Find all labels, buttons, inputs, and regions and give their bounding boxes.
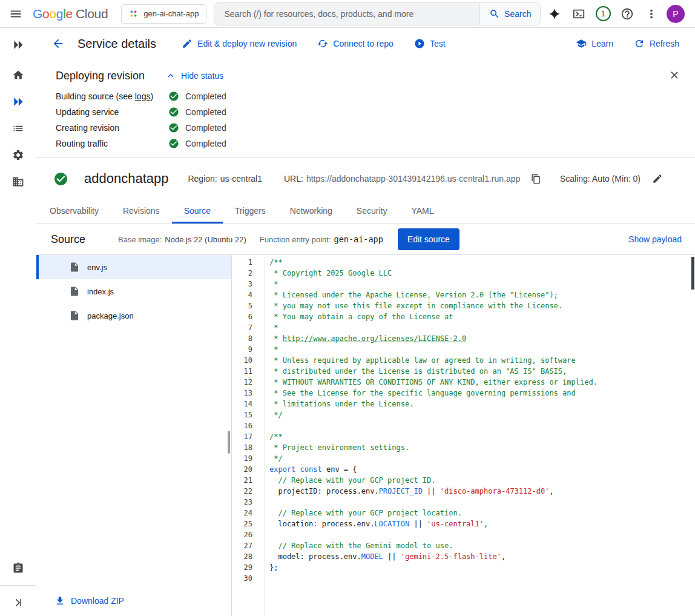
edit-scaling-button[interactable] [648, 169, 667, 188]
source-toolbar: Source Base image: Node.js 22 (Ubuntu 22… [36, 224, 695, 254]
code-line: * [269, 279, 695, 290]
code-line: * You may obtain a copy of the License a… [269, 311, 695, 322]
line-number: 2 [232, 268, 252, 279]
cloud-run-logo-icon [12, 39, 24, 51]
top-app-bar: Google Cloud gen-ai-chat-app Search 1 [0, 0, 695, 28]
repo-icon [317, 38, 328, 49]
code-line: * Unless required by applicable law or a… [269, 355, 695, 366]
file-panel-scrollbar[interactable] [228, 431, 230, 454]
code-line: * Licensed under the Apache License, Ver… [269, 290, 695, 300]
line-number: 24 [232, 508, 252, 518]
project-icon [129, 9, 138, 18]
rail-item-release-notes[interactable] [6, 556, 30, 580]
check-circle-icon [168, 122, 179, 133]
code-line [269, 420, 695, 431]
logs-link[interactable]: logs [135, 91, 151, 101]
status-label: Updating service [56, 107, 168, 117]
help-button[interactable] [615, 2, 639, 26]
line-number: 22 [232, 486, 252, 497]
refresh-button[interactable]: Refresh [634, 38, 679, 49]
learn-button[interactable]: Learn [576, 38, 613, 49]
account-button[interactable]: P [664, 2, 688, 26]
close-status-button[interactable] [664, 64, 685, 86]
gemini-button[interactable] [542, 2, 567, 26]
status-row-building-source: Building source (see logs) Completed [56, 91, 680, 102]
code-line: projectID: process.env.PROJECT_ID || 'di… [269, 486, 695, 497]
rail-item-services-list[interactable] [6, 116, 30, 141]
code-line: }; [269, 562, 695, 573]
notifications-button[interactable]: 1 [591, 2, 615, 26]
arrow-back-icon [51, 37, 65, 50]
line-number: 20 [232, 464, 252, 475]
copy-url-button[interactable] [527, 170, 545, 188]
status-panel-title: Deploying revision [56, 70, 145, 82]
tab-networking[interactable]: Networking [278, 198, 344, 224]
logo-cloud-text: Cloud [76, 7, 108, 21]
code-line [269, 497, 695, 508]
download-icon [54, 595, 65, 606]
test-button[interactable]: Test [414, 38, 446, 49]
hamburger-menu-button[interactable] [4, 2, 28, 26]
service-status-check-icon [53, 171, 68, 187]
status-label-text: Building source (see [56, 91, 135, 101]
file-icon [69, 310, 80, 321]
rail-divider [0, 585, 36, 586]
code-line [269, 529, 695, 540]
status-panel-header: Deploying revision Hide status [56, 64, 680, 87]
help-icon [621, 7, 634, 21]
download-zip-button[interactable]: Download ZIP [54, 595, 124, 606]
status-state: Completed [168, 107, 226, 118]
rail-item-organization[interactable] [6, 170, 30, 194]
tab-revisions[interactable]: Revisions [111, 198, 172, 224]
deploy-status-panel: Deploying revision Hide status Building … [36, 59, 695, 157]
search-button[interactable]: Search [479, 3, 540, 25]
cloud-run-product-logo[interactable] [6, 33, 30, 57]
base-image-label: Base image: [118, 235, 162, 244]
tab-yaml[interactable]: YAML [399, 198, 446, 224]
code-line: * [269, 344, 695, 355]
search-input[interactable] [214, 9, 479, 19]
url-value: https://addonchatapp-301439142196.us-cen… [306, 174, 520, 184]
tab-observability[interactable]: Observability [38, 198, 111, 224]
cloud-shell-button[interactable] [567, 2, 591, 26]
file-row-env.js[interactable]: env.js [36, 255, 231, 279]
show-payload-link[interactable]: Show payload [628, 234, 682, 244]
edit-deploy-button[interactable]: Edit & deploy new revision [182, 38, 297, 49]
source-section-title: Source [51, 233, 85, 246]
building-icon [12, 176, 24, 188]
file-name: index.js [87, 287, 114, 296]
file-row-package.json[interactable]: package.json [36, 303, 231, 328]
back-button[interactable] [46, 31, 70, 56]
edit-deploy-label: Edit & deploy new revision [197, 39, 297, 48]
rail-item-settings[interactable] [6, 143, 30, 167]
code-line: * [269, 322, 695, 333]
tab-source[interactable]: Source [172, 198, 223, 224]
chevron-up-icon [165, 70, 176, 81]
more-options-button[interactable] [639, 2, 664, 26]
code-line: * WITHOUT WARRANTIES OR CONDITIONS OF AN… [269, 377, 695, 388]
rail-item-cloud-run[interactable] [6, 90, 30, 114]
code-scrollbar[interactable] [691, 257, 694, 290]
tab-triggers[interactable]: Triggers [223, 198, 278, 224]
hide-status-toggle[interactable]: Hide status [165, 70, 223, 81]
line-number: 14 [232, 399, 252, 409]
connect-repo-label: Connect to repo [333, 39, 394, 48]
entry-point: Function entry point: gen-ai-app [260, 234, 383, 244]
rail-collapse-button[interactable] [6, 591, 30, 615]
status-label-suffix: ) [150, 91, 153, 101]
line-number: 9 [232, 344, 252, 355]
google-cloud-logo[interactable]: Google Cloud [33, 7, 108, 21]
code-line: // Replace with your GCP project locatio… [269, 508, 695, 518]
connect-repo-button[interactable]: Connect to repo [317, 38, 394, 49]
edit-source-button[interactable]: Edit source [398, 228, 459, 250]
code-line: * http://www.apache.org/licenses/LICENSE… [269, 333, 695, 344]
status-label: Creating revision [56, 123, 168, 133]
line-number: 27 [232, 540, 252, 551]
file-row-index.js[interactable]: index.js [36, 279, 231, 303]
gear-icon [12, 149, 24, 161]
rail-item-home[interactable] [6, 63, 30, 87]
tab-security[interactable]: Security [344, 198, 400, 224]
project-picker[interactable]: gen-ai-chat-app [121, 4, 206, 24]
file-panel: env.jsindex.jspackage.json Download ZIP [36, 255, 232, 616]
code-line: model: process.env.MODEL || 'gemini-2.5-… [269, 551, 695, 562]
